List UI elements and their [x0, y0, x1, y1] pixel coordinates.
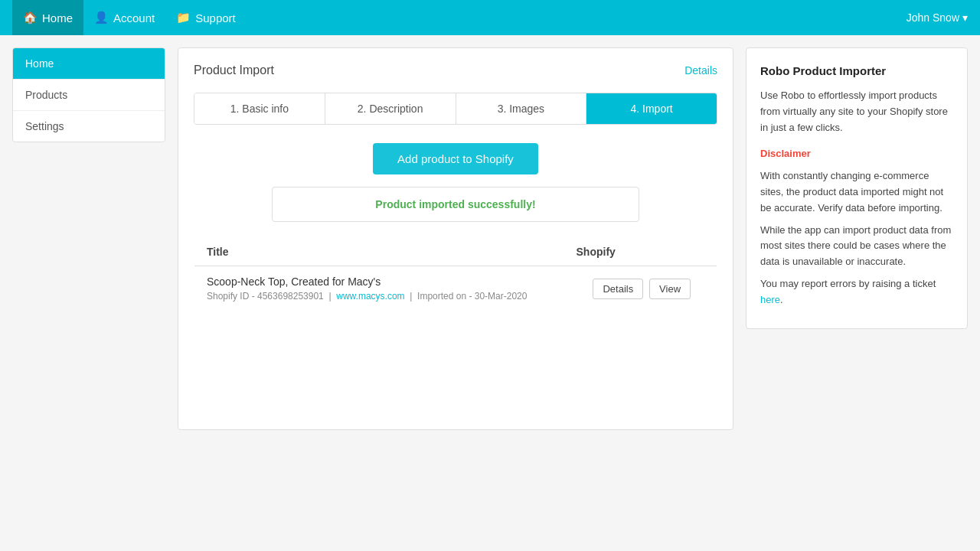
disclaimer-title: Disclaimer	[760, 146, 953, 162]
account-icon: 👤	[94, 11, 109, 24]
nav-home[interactable]: 🏠 Home	[12, 0, 83, 35]
disclaimer-line-2: While the app can import product data fr…	[760, 223, 953, 270]
step-tabs: 1. Basic info 2. Description 3. Images 4…	[194, 93, 717, 125]
tab-import[interactable]: 4. Import	[586, 93, 717, 124]
main-content: Product Import Details 1. Basic info 2. …	[178, 47, 733, 430]
disclaimer-ticket-link[interactable]: here	[760, 294, 780, 305]
nav-support[interactable]: 📁 Support	[165, 0, 247, 35]
main-title: Product Import	[194, 64, 274, 77]
sidebar-item-home[interactable]: Home	[13, 48, 165, 80]
right-panel-title: Robo Product Importer	[760, 62, 953, 80]
top-navigation: 🏠 Home 👤 Account 📁 Support John Snow ▾	[0, 0, 980, 35]
success-message-text: Product imported successfully!	[375, 198, 535, 210]
sidebar-item-products[interactable]: Products	[13, 80, 165, 111]
tab-basic-info[interactable]: 1. Basic info	[194, 93, 325, 124]
col-header-shopify: Shopify	[564, 238, 717, 266]
disclaimer-line-3: You may report errors by raising a ticke…	[760, 276, 953, 308]
add-product-button[interactable]: Add product to Shopify	[373, 143, 538, 174]
product-meta: Shopify ID - 4563698253901 | www.macys.c…	[207, 291, 552, 302]
table-row: Scoop-Neck Top, Created for Macy's Shopi…	[194, 266, 717, 311]
product-actions: Details View	[564, 266, 717, 311]
product-table: Title Shopify Scoop-Neck Top, Created fo…	[194, 237, 717, 311]
right-panel: Robo Product Importer Use Robo to effort…	[746, 47, 968, 329]
imported-on: Imported on - 30-Mar-2020	[417, 291, 527, 302]
source-url-link[interactable]: www.macys.com	[336, 291, 404, 302]
right-panel-intro: Use Robo to effortlessly import products…	[760, 88, 953, 135]
user-caret-icon: ▾	[962, 11, 968, 24]
main-header: Product Import Details	[194, 64, 717, 77]
sidebar: Home Products Settings	[12, 47, 165, 142]
product-title: Scoop-Neck Top, Created for Macy's	[207, 276, 552, 288]
sidebar-item-settings[interactable]: Settings	[13, 111, 165, 142]
product-details-button[interactable]: Details	[593, 279, 643, 299]
tab-description[interactable]: 2. Description	[325, 93, 456, 124]
shopify-id: Shopify ID - 4563698253901	[207, 291, 324, 302]
home-icon: 🏠	[23, 11, 38, 24]
col-header-title: Title	[194, 238, 564, 266]
product-view-button[interactable]: View	[649, 279, 691, 299]
user-menu[interactable]: John Snow ▾	[906, 11, 968, 24]
success-message-box: Product imported successfully!	[272, 187, 639, 222]
nav-account[interactable]: 👤 Account	[83, 0, 165, 35]
details-link[interactable]: Details	[684, 64, 717, 77]
page-layout: Home Products Settings Product Import De…	[0, 35, 980, 442]
support-icon: 📁	[176, 11, 191, 24]
disclaimer-line-1: With constantly changing e-commerce site…	[760, 168, 953, 216]
tab-images[interactable]: 3. Images	[456, 93, 587, 124]
